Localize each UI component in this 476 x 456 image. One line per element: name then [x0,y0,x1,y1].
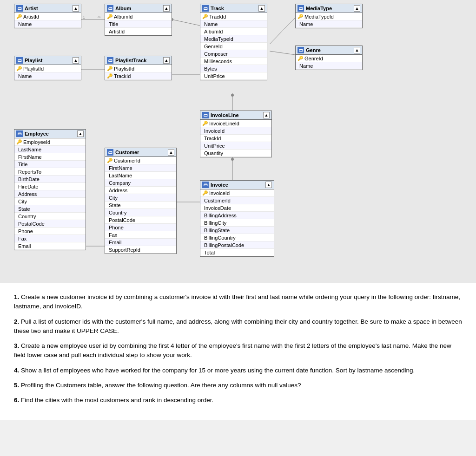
instructions-section: 1. Create a new customer invoice id by c… [0,283,476,420]
table-row: LastName [14,146,86,153]
table-row: MediaTypeId [200,35,267,43]
expand-btn[interactable]: ▲ [354,5,360,12]
table-icon: 🗃 [298,5,304,12]
table-row: BillingPostalCode [200,241,274,249]
table-row: Name [296,62,362,70]
svg-point-13 [231,158,234,161]
table-row: Phone [105,224,176,231]
table-playlist: 🗃 Playlist ▲ 🔑PlaylistId Name [14,56,81,80]
table-row: AlbumId [200,28,267,35]
table-mediatype-header: 🗃 MediaType ▲ [296,4,362,13]
table-invoiceline-header: 🗃 InvoiceLine ▲ [200,111,271,120]
instruction-2: 2. Pull a list of customer ids with the … [14,317,462,336]
table-playlisttrack-header: 🗃 PlaylistTrack ▲ [105,56,172,65]
table-row: 🔑InvoiceId [200,189,274,197]
table-genre-header: 🗃 Genre ▲ [296,46,362,55]
table-row: UnitPrice [200,72,267,80]
table-row: 🔑MediaTypeId [296,13,362,20]
table-row: Fax [14,235,86,242]
table-row: SupportRepId [105,246,176,254]
table-row: Country [105,209,176,216]
table-row: Total [200,249,274,256]
table-row: Title [105,20,172,28]
table-invoice-header: 🗃 Invoice ▲ [200,181,274,189]
table-icon: 🗃 [202,5,209,12]
table-row: BillingState [200,227,274,234]
table-album-title: Album [115,6,131,11]
table-row: 🔑TrackId [105,72,172,80]
table-mediatype: 🗃 MediaType ▲ 🔑MediaTypeId Name [295,4,363,28]
table-artist-title: Artist [25,6,38,11]
table-invoiceline-title: InvoiceLine [211,112,239,118]
table-invoice-title: Invoice [211,182,228,188]
svg-point-11 [231,94,234,97]
table-genre: 🗃 Genre ▲ 🔑GenreId Name [295,46,363,70]
expand-btn[interactable]: ▲ [265,182,272,188]
table-row: 🔑PlaylistId [105,65,172,72]
table-artist: 🗃 Artist ▲ 🔑ArtistId Name [14,4,81,28]
table-row: 🔑AlbumId [105,13,172,20]
table-row: 🔑PlaylistId [14,65,81,72]
svg-text:1: 1 [83,15,85,20]
table-row: CustomerId [200,197,274,204]
table-invoiceline: 🗃 InvoiceLine ▲ 🔑InvoiceLineId InvoiceId… [200,111,272,157]
table-row: Quantity [200,150,271,157]
table-row: BillingCity [200,219,274,227]
table-row: Address [14,190,86,198]
table-row: Name [296,20,362,28]
svg-line-7 [270,51,295,55]
instruction-6: 6. Find the cities with the most custome… [14,396,462,405]
table-row: Title [14,161,86,168]
table-invoice: 🗃 Invoice ▲ 🔑InvoiceId CustomerId Invoic… [200,180,274,257]
table-row: 🔑CustomerId [105,157,176,164]
expand-btn[interactable]: ▲ [263,112,270,118]
table-employee: 🗃 Employee ▲ 🔑EmployeeId LastName FirstN… [14,129,86,250]
table-playlist-header: 🗃 Playlist ▲ [14,56,81,65]
expand-btn[interactable]: ▲ [163,5,170,12]
table-track: 🗃 Track ▲ 🔑TrackId Name AlbumId MediaTyp… [200,4,267,80]
table-playlisttrack-title: PlaylistTrack [115,58,146,63]
table-row: 🔑GenreId [296,55,362,62]
table-playlist-title: Playlist [25,58,43,63]
table-row: 🔑EmployeeId [14,138,86,146]
table-row: Name [14,20,81,28]
table-row: InvoiceId [200,127,271,135]
table-row: BillingAddress [200,212,274,219]
expand-btn[interactable]: ▲ [163,57,170,64]
table-genre-title: Genre [306,47,321,53]
table-row: Address [105,187,176,194]
table-employee-title: Employee [25,131,49,137]
table-icon: 🗃 [202,182,209,188]
expand-btn[interactable]: ▲ [77,130,84,137]
expand-btn[interactable]: ▲ [168,149,174,156]
table-row: BillingCountry [200,234,274,241]
table-row: PostalCode [14,220,86,228]
table-employee-header: 🗃 Employee ▲ [14,130,86,138]
table-album-header: 🗃 Album ▲ [105,4,172,13]
table-icon: 🗃 [202,112,209,118]
table-row: UnitPrice [200,142,271,150]
table-row: Company [105,179,176,187]
table-row: ReportsTo [14,168,86,176]
table-icon: 🗃 [107,149,113,156]
table-customer-header: 🗃 Customer ▲ [105,148,176,157]
table-track-header: 🗃 Track ▲ [200,4,267,13]
instruction-3: 3. Create a new employee user id by comb… [14,341,462,360]
table-row: Name [200,20,267,28]
table-album: 🗃 Album ▲ 🔑AlbumId Title ArtistId [105,4,172,36]
table-row: Phone [14,228,86,235]
expand-btn[interactable]: ▲ [73,5,79,12]
table-icon: 🗃 [107,57,113,64]
table-mediatype-title: MediaType [306,6,332,11]
expand-btn[interactable]: ▲ [73,57,79,64]
table-row: State [14,205,86,213]
table-row: 🔑ArtistId [14,13,81,20]
table-row: InvoiceDate [200,204,274,212]
table-artist-header: 🗃 Artist ▲ [14,4,81,13]
svg-text:∞: ∞ [98,15,100,20]
svg-line-4 [172,20,200,26]
expand-btn[interactable]: ▲ [354,47,360,53]
table-row: Email [105,239,176,246]
table-row: BirthDate [14,176,86,183]
expand-btn[interactable]: ▲ [258,5,265,12]
